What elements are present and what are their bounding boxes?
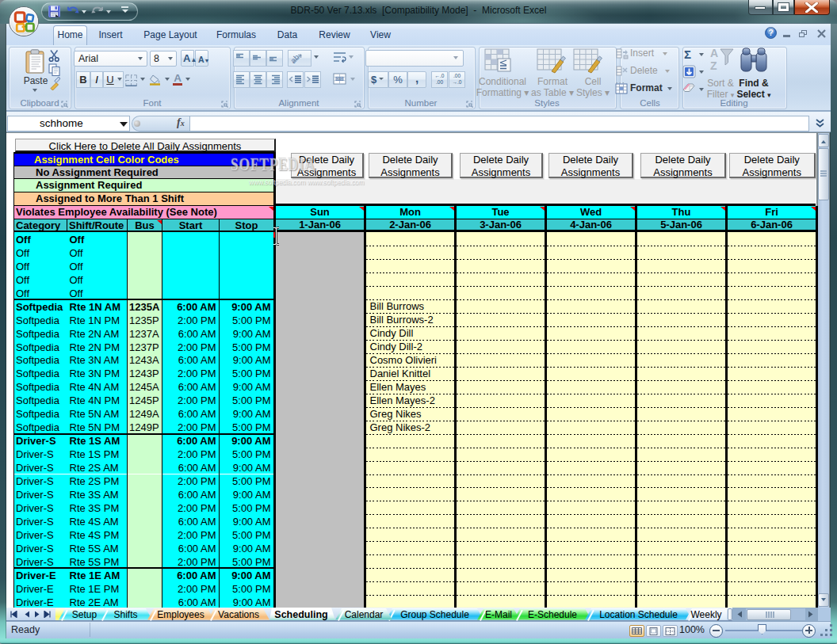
svg-text:+a+: +a+ xyxy=(337,77,343,81)
svg-text:ab: ab xyxy=(290,52,301,65)
svg-text:?: ? xyxy=(768,29,773,37)
svg-text:A: A xyxy=(710,47,718,59)
svg-text:Z: Z xyxy=(710,59,717,72)
